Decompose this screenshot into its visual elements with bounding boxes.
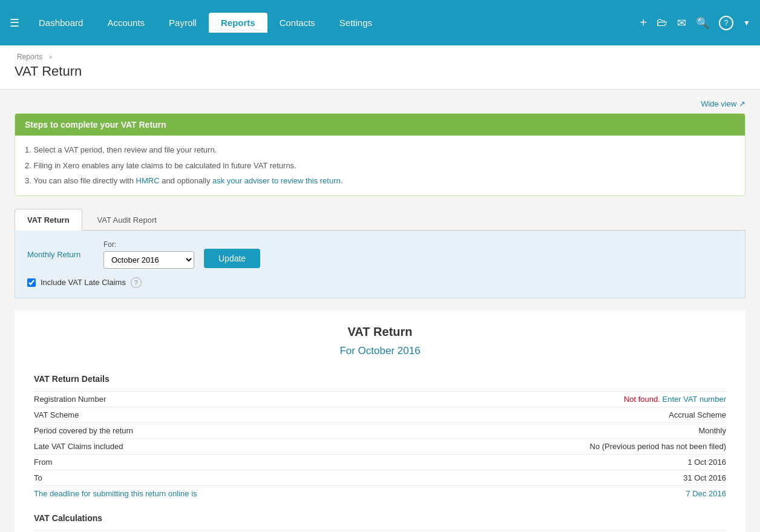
calc-row-1: VAT due this period on sales and other o…	[34, 530, 726, 533]
calculations-section-title: VAT Calculations	[34, 513, 726, 525]
nav-reports[interactable]: Reports	[209, 13, 267, 33]
registration-label: Registration Number	[34, 395, 106, 404]
detail-row-from: From 1 Oct 2016	[34, 454, 726, 470]
to-value: 31 Oct 2016	[683, 473, 726, 482]
report-subtitle: For October 2016	[34, 345, 726, 357]
breadcrumb[interactable]: Reports ›	[15, 53, 745, 61]
nav-settings[interactable]: Settings	[327, 13, 384, 33]
detail-row-registration: Registration Number Not found. Enter VAT…	[34, 391, 726, 407]
filter-group: For: October 2016 September 2016 August …	[103, 240, 194, 269]
nav-links: Dashboard Accounts Payroll Reports Conta…	[27, 13, 384, 33]
add-icon[interactable]: +	[640, 16, 647, 30]
period-covered-value: Monthly	[698, 426, 726, 435]
steps-header: Steps to complete your VAT Return	[15, 114, 745, 136]
topbar-left: ☰ Dashboard Accounts Payroll Reports Con…	[10, 13, 384, 33]
detail-row-scheme: VAT Scheme Accrual Scheme	[34, 407, 726, 422]
period-covered-label: Period covered by the return	[34, 426, 133, 435]
detail-row-late-claims: Late VAT Claims included No (Previous pe…	[34, 438, 726, 454]
tabs-container: VAT Return VAT Audit Report	[15, 208, 745, 231]
topbar-right: + 🗁 ✉ 🔍 ? ▼	[640, 16, 750, 30]
tab-vat-return[interactable]: VAT Return	[15, 209, 82, 231]
breadcrumb-reports[interactable]: Reports	[17, 53, 42, 61]
from-label: From	[34, 458, 52, 467]
deadline-row: The deadline for submitting this return …	[34, 485, 726, 501]
late-claims-included-value: No (Previous period has not been filed)	[590, 442, 726, 451]
update-button[interactable]: Update	[204, 249, 260, 268]
checkbox-row: Include VAT Late Claims ?	[27, 277, 733, 288]
main-content: Wide view ↗ Steps to complete your VAT R…	[0, 90, 760, 532]
calculations-section: VAT Calculations VAT due this period on …	[34, 513, 726, 533]
hamburger-icon[interactable]: ☰	[10, 16, 19, 30]
hmrc-link[interactable]: HMRC	[136, 176, 160, 185]
page-header: Reports › VAT Return	[0, 45, 760, 90]
filter-panel: Monthly Return For: October 2016 Septemb…	[15, 231, 745, 298]
nav-payroll[interactable]: Payroll	[157, 13, 209, 33]
late-claims-included-label: Late VAT Claims included	[34, 442, 123, 451]
period-select[interactable]: October 2016 September 2016 August 2016	[103, 251, 194, 269]
scheme-value: Accrual Scheme	[669, 410, 726, 419]
adviser-link[interactable]: ask your adviser to review this return	[212, 176, 341, 185]
step3: 3. You can also file directly with HMRC …	[25, 175, 735, 187]
report-title: VAT Return	[34, 325, 726, 339]
steps-box: Steps to complete your VAT Return 1. Sel…	[15, 113, 745, 196]
nav-dashboard[interactable]: Dashboard	[27, 13, 95, 33]
steps-body: 1. Select a VAT period, then review and …	[15, 136, 745, 195]
report-content: VAT Return For October 2016 VAT Return D…	[15, 310, 745, 533]
page-title: VAT Return	[15, 64, 745, 79]
topbar: ☰ Dashboard Accounts Payroll Reports Con…	[0, 0, 760, 45]
mail-icon[interactable]: ✉	[677, 16, 686, 30]
folder-icon[interactable]: 🗁	[657, 16, 667, 29]
tab-vat-audit-report[interactable]: VAT Audit Report	[85, 209, 169, 231]
nav-accounts[interactable]: Accounts	[95, 13, 157, 33]
search-icon[interactable]: 🔍	[696, 16, 709, 30]
scheme-label: VAT Scheme	[34, 410, 79, 419]
breadcrumb-separator: ›	[49, 53, 51, 61]
wide-view-link[interactable]: Wide view ↗	[701, 99, 745, 108]
late-claims-checkbox[interactable]	[27, 278, 36, 287]
wide-view-container: Wide view ↗	[15, 99, 745, 108]
for-label: For:	[103, 240, 194, 249]
step2: 2. Filing in Xero enables any late claim…	[25, 160, 735, 172]
deadline-label: The deadline for submitting this return …	[34, 489, 197, 498]
help-icon[interactable]: ?	[719, 16, 733, 30]
filter-row: Monthly Return For: October 2016 Septemb…	[27, 240, 733, 269]
from-value: 1 Oct 2016	[687, 458, 726, 467]
detail-row-period: Period covered by the return Monthly	[34, 422, 726, 438]
late-claims-label: Include VAT Late Claims	[41, 278, 126, 287]
details-section-title: VAT Return Details	[34, 374, 726, 386]
late-claims-help-icon[interactable]: ?	[131, 277, 142, 288]
deadline-value: 7 Dec 2016	[686, 489, 727, 498]
detail-row-to: To 31 Oct 2016	[34, 470, 726, 485]
to-label: To	[34, 473, 42, 482]
registration-value: Not found. Enter VAT number	[624, 395, 726, 404]
enter-vat-link[interactable]: Enter VAT number	[663, 395, 727, 404]
monthly-return-label: Monthly Return	[27, 250, 94, 259]
not-found-text: Not found.	[624, 395, 663, 404]
user-dropdown[interactable]: ▼	[743, 19, 750, 27]
nav-contacts[interactable]: Contacts	[267, 13, 327, 33]
step1: 1. Select a VAT period, then review and …	[25, 144, 735, 156]
